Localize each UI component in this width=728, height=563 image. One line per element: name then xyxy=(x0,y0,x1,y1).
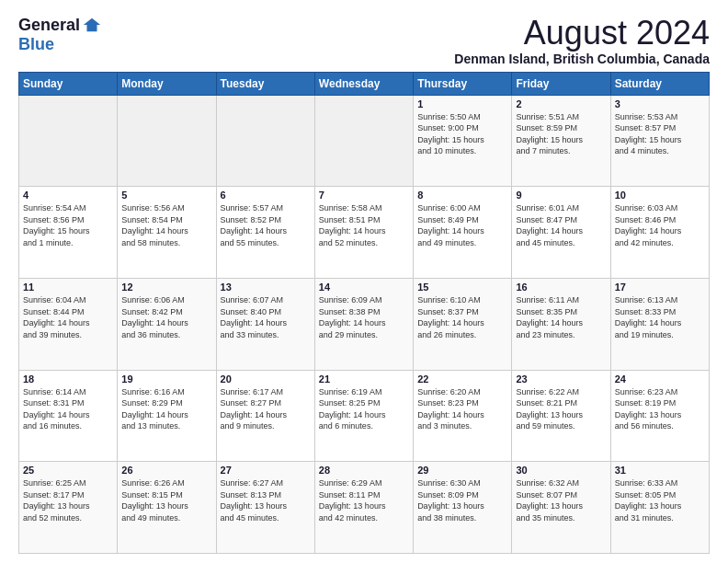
logo-icon xyxy=(82,15,102,35)
day-number: 2 xyxy=(516,98,606,109)
day-info: Sunrise: 6:16 AM Sunset: 8:29 PM Dayligh… xyxy=(121,386,211,432)
calendar-table: Sunday Monday Tuesday Wednesday Thursday… xyxy=(18,72,710,554)
day-info: Sunrise: 6:03 AM Sunset: 8:46 PM Dayligh… xyxy=(615,202,705,248)
day-number: 18 xyxy=(23,373,113,385)
day-number: 12 xyxy=(121,282,211,293)
header-sunday: Sunday xyxy=(19,72,118,95)
table-row: 31Sunrise: 6:33 AM Sunset: 8:05 PM Dayli… xyxy=(610,462,709,554)
logo-blue: Blue xyxy=(18,35,54,54)
day-number: 13 xyxy=(221,282,311,293)
table-row: 30Sunrise: 6:32 AM Sunset: 8:07 PM Dayli… xyxy=(512,462,610,554)
table-row: 22Sunrise: 6:20 AM Sunset: 8:23 PM Dayli… xyxy=(414,370,512,462)
day-info: Sunrise: 6:17 AM Sunset: 8:27 PM Dayligh… xyxy=(221,386,311,432)
day-number: 1 xyxy=(417,98,507,109)
table-row: 12Sunrise: 6:06 AM Sunset: 8:42 PM Dayli… xyxy=(118,278,216,370)
table-row: 16Sunrise: 6:11 AM Sunset: 8:35 PM Dayli… xyxy=(512,278,610,370)
table-row xyxy=(314,95,413,187)
day-info: Sunrise: 6:13 AM Sunset: 8:33 PM Dayligh… xyxy=(615,294,705,340)
day-number: 29 xyxy=(417,465,507,476)
day-info: Sunrise: 6:11 AM Sunset: 8:35 PM Dayligh… xyxy=(516,294,606,340)
day-info: Sunrise: 6:00 AM Sunset: 8:49 PM Dayligh… xyxy=(417,202,507,248)
table-row: 9Sunrise: 6:01 AM Sunset: 8:47 PM Daylig… xyxy=(512,187,610,279)
table-row: 21Sunrise: 6:19 AM Sunset: 8:25 PM Dayli… xyxy=(314,370,413,462)
header: General Blue August 2024 Denman Island, … xyxy=(18,15,710,66)
day-number: 20 xyxy=(221,373,311,385)
day-number: 6 xyxy=(221,190,311,201)
table-row: 2Sunrise: 5:51 AM Sunset: 8:59 PM Daylig… xyxy=(512,95,610,187)
page: General Blue August 2024 Denman Island, … xyxy=(0,0,728,563)
day-info: Sunrise: 5:58 AM Sunset: 8:51 PM Dayligh… xyxy=(319,202,409,248)
day-info: Sunrise: 6:14 AM Sunset: 8:31 PM Dayligh… xyxy=(23,386,113,432)
day-number: 3 xyxy=(615,98,705,109)
day-number: 31 xyxy=(615,465,705,476)
day-info: Sunrise: 6:25 AM Sunset: 8:17 PM Dayligh… xyxy=(23,477,113,523)
table-row: 1Sunrise: 5:50 AM Sunset: 9:00 PM Daylig… xyxy=(414,95,512,187)
day-info: Sunrise: 5:56 AM Sunset: 8:54 PM Dayligh… xyxy=(121,202,211,248)
day-info: Sunrise: 6:10 AM Sunset: 8:37 PM Dayligh… xyxy=(417,294,507,340)
day-info: Sunrise: 6:09 AM Sunset: 8:38 PM Dayligh… xyxy=(319,294,409,340)
day-number: 25 xyxy=(23,465,113,476)
day-number: 30 xyxy=(516,465,606,476)
day-number: 9 xyxy=(516,190,606,201)
table-row: 13Sunrise: 6:07 AM Sunset: 8:40 PM Dayli… xyxy=(216,278,314,370)
day-info: Sunrise: 6:20 AM Sunset: 8:23 PM Dayligh… xyxy=(417,386,507,432)
table-row: 14Sunrise: 6:09 AM Sunset: 8:38 PM Dayli… xyxy=(314,278,413,370)
day-number: 23 xyxy=(516,373,606,385)
day-info: Sunrise: 6:07 AM Sunset: 8:40 PM Dayligh… xyxy=(221,294,311,340)
header-monday: Monday xyxy=(118,72,216,95)
day-number: 26 xyxy=(121,465,211,476)
header-tuesday: Tuesday xyxy=(216,72,314,95)
day-number: 14 xyxy=(319,282,409,293)
table-row: 6Sunrise: 5:57 AM Sunset: 8:52 PM Daylig… xyxy=(216,187,314,279)
table-row: 19Sunrise: 6:16 AM Sunset: 8:29 PM Dayli… xyxy=(118,370,216,462)
day-info: Sunrise: 6:32 AM Sunset: 8:07 PM Dayligh… xyxy=(516,477,606,523)
table-row: 18Sunrise: 6:14 AM Sunset: 8:31 PM Dayli… xyxy=(19,370,118,462)
day-number: 19 xyxy=(121,373,211,385)
day-info: Sunrise: 6:06 AM Sunset: 8:42 PM Dayligh… xyxy=(121,294,211,340)
day-number: 22 xyxy=(417,373,507,385)
table-row: 7Sunrise: 5:58 AM Sunset: 8:51 PM Daylig… xyxy=(314,187,413,279)
day-info: Sunrise: 6:33 AM Sunset: 8:05 PM Dayligh… xyxy=(615,477,705,523)
table-row: 4Sunrise: 5:54 AM Sunset: 8:56 PM Daylig… xyxy=(19,187,118,279)
logo: General Blue xyxy=(18,15,102,54)
calendar-week-3: 11Sunrise: 6:04 AM Sunset: 8:44 PM Dayli… xyxy=(19,278,710,370)
title-section: August 2024 Denman Island, British Colum… xyxy=(454,15,710,66)
table-row: 26Sunrise: 6:26 AM Sunset: 8:15 PM Dayli… xyxy=(118,462,216,554)
location-subtitle: Denman Island, British Columbia, Canada xyxy=(454,52,710,66)
day-number: 5 xyxy=(121,190,211,201)
day-info: Sunrise: 5:50 AM Sunset: 9:00 PM Dayligh… xyxy=(417,111,507,157)
day-number: 21 xyxy=(319,373,409,385)
day-number: 11 xyxy=(23,282,113,293)
table-row: 17Sunrise: 6:13 AM Sunset: 8:33 PM Dayli… xyxy=(610,278,709,370)
calendar-week-5: 25Sunrise: 6:25 AM Sunset: 8:17 PM Dayli… xyxy=(19,462,710,554)
day-number: 24 xyxy=(615,373,705,385)
table-row: 8Sunrise: 6:00 AM Sunset: 8:49 PM Daylig… xyxy=(414,187,512,279)
table-row: 23Sunrise: 6:22 AM Sunset: 8:21 PM Dayli… xyxy=(512,370,610,462)
table-row: 29Sunrise: 6:30 AM Sunset: 8:09 PM Dayli… xyxy=(414,462,512,554)
table-row xyxy=(19,95,118,187)
table-row: 5Sunrise: 5:56 AM Sunset: 8:54 PM Daylig… xyxy=(118,187,216,279)
day-info: Sunrise: 6:26 AM Sunset: 8:15 PM Dayligh… xyxy=(121,477,211,523)
day-info: Sunrise: 6:19 AM Sunset: 8:25 PM Dayligh… xyxy=(319,386,409,432)
day-info: Sunrise: 6:04 AM Sunset: 8:44 PM Dayligh… xyxy=(23,294,113,340)
logo-general: General xyxy=(18,16,80,35)
table-row: 25Sunrise: 6:25 AM Sunset: 8:17 PM Dayli… xyxy=(19,462,118,554)
calendar-week-2: 4Sunrise: 5:54 AM Sunset: 8:56 PM Daylig… xyxy=(19,187,710,279)
day-info: Sunrise: 6:23 AM Sunset: 8:19 PM Dayligh… xyxy=(615,386,705,432)
header-saturday: Saturday xyxy=(610,72,709,95)
table-row: 11Sunrise: 6:04 AM Sunset: 8:44 PM Dayli… xyxy=(19,278,118,370)
header-thursday: Thursday xyxy=(414,72,512,95)
calendar-header-row: Sunday Monday Tuesday Wednesday Thursday… xyxy=(19,72,710,95)
day-info: Sunrise: 6:27 AM Sunset: 8:13 PM Dayligh… xyxy=(221,477,311,523)
day-number: 7 xyxy=(319,190,409,201)
table-row: 24Sunrise: 6:23 AM Sunset: 8:19 PM Dayli… xyxy=(610,370,709,462)
day-number: 17 xyxy=(615,282,705,293)
table-row: 28Sunrise: 6:29 AM Sunset: 8:11 PM Dayli… xyxy=(314,462,413,554)
day-number: 10 xyxy=(615,190,705,201)
table-row: 27Sunrise: 6:27 AM Sunset: 8:13 PM Dayli… xyxy=(216,462,314,554)
day-info: Sunrise: 5:53 AM Sunset: 8:57 PM Dayligh… xyxy=(615,111,705,157)
day-info: Sunrise: 6:30 AM Sunset: 8:09 PM Dayligh… xyxy=(417,477,507,523)
day-info: Sunrise: 6:29 AM Sunset: 8:11 PM Dayligh… xyxy=(319,477,409,523)
svg-marker-0 xyxy=(84,18,100,32)
header-friday: Friday xyxy=(512,72,610,95)
